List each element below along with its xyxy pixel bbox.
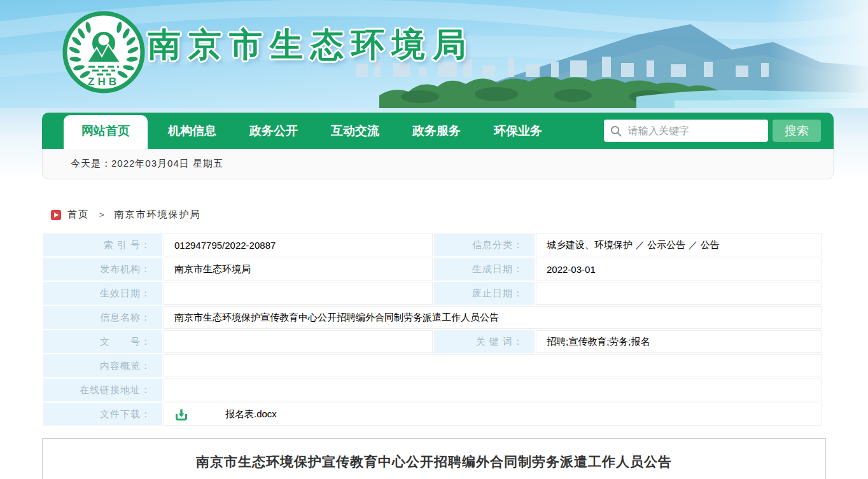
table-row: 发布机构： 南京市生态环境局 生成日期： 2022-03-01 xyxy=(43,258,822,281)
info-category-label: 信息分类： xyxy=(434,233,535,256)
table-row: 生效日期： 废止日期： xyxy=(43,282,822,305)
nav-tab-gov-disclosure[interactable]: 政务公开 xyxy=(233,113,314,149)
publisher-value: 南京市生态环境局 xyxy=(164,258,433,281)
keywords-label: 关 键 词： xyxy=(434,330,535,353)
document-meta-table: 索 引 号： 012947795/2022-20887 信息分类： 城乡建设、环… xyxy=(42,232,823,427)
table-row: 信息名称： 南京市生态环境保护宣传教育中心公开招聘编外合同制劳务派遣工作人员公告 xyxy=(43,306,822,329)
nav-tab-org-info[interactable]: 机构信息 xyxy=(151,113,233,149)
breadcrumb-current: 南京市环境保护局 xyxy=(115,209,201,221)
info-category-value: 城乡建设、环境保护 ／ 公示公告 ／ 公告 xyxy=(536,233,822,256)
table-row: 文件下载： 报名表.docx xyxy=(43,403,822,426)
attachment-file-link[interactable]: 报名表.docx xyxy=(225,408,277,420)
doc-number-label: 文 号： xyxy=(43,330,162,353)
index-number-value: 012947795/2022-20887 xyxy=(164,233,433,256)
index-number-label: 索 引 号： xyxy=(43,233,162,256)
table-row: 内容概览： xyxy=(43,354,822,377)
article-box: 南京市生态环境保护宣传教育中心公开招聘编外合同制劳务派遣工作人员公告 xyxy=(42,438,826,479)
online-link-value xyxy=(164,378,822,401)
info-name-label: 信息名称： xyxy=(43,306,162,329)
expiry-date-label: 废止日期： xyxy=(434,282,535,305)
nav-tab-env-business[interactable]: 环保业务 xyxy=(477,113,559,149)
nav-tab-home[interactable]: 网站首页 xyxy=(64,115,148,149)
table-row: 在线链接地址： xyxy=(43,378,822,401)
breadcrumb-home-link[interactable]: 首页 xyxy=(67,209,89,221)
table-row: 索 引 号： 012947795/2022-20887 信息分类： 城乡建设、环… xyxy=(43,233,822,256)
keywords-value: 招聘;宣传教育;劳务;报名 xyxy=(536,330,822,353)
search-input[interactable] xyxy=(628,125,762,137)
date-bar: 今天是：2022年03月04日 星期五 xyxy=(42,149,834,179)
main-navbar: 网站首页 机构信息 政务公开 互动交流 政务服务 环保业务 搜索 xyxy=(42,113,834,149)
online-link-label: 在线链接地址： xyxy=(43,378,162,401)
today-date-text: 今天是：2022年03月04日 星期五 xyxy=(71,158,223,170)
content-overview-label: 内容概览： xyxy=(43,354,162,377)
publisher-label: 发布机构： xyxy=(43,258,162,281)
download-icon[interactable] xyxy=(174,408,188,422)
file-download-cell: 报名表.docx xyxy=(174,406,821,422)
info-name-value: 南京市生态环境保护宣传教育中心公开招聘编外合同制劳务派遣工作人员公告 xyxy=(164,306,822,329)
file-download-label: 文件下载： xyxy=(43,403,162,426)
nav-tab-interaction[interactable]: 互动交流 xyxy=(314,113,396,149)
search-area: 搜索 xyxy=(604,120,821,142)
table-row: 文 号： 关 键 词： 招聘;宣传教育;劳务;报名 xyxy=(43,330,822,353)
breadcrumb-separator: > xyxy=(99,210,104,219)
effective-date-label: 生效日期： xyxy=(43,282,162,305)
search-box xyxy=(604,120,768,142)
expiry-date-value xyxy=(536,282,822,305)
logo-zhb-text: ZHB xyxy=(88,76,120,88)
search-button[interactable]: 搜索 xyxy=(773,120,821,142)
nav-tab-gov-services[interactable]: 政务服务 xyxy=(396,113,477,149)
create-date-label: 生成日期： xyxy=(434,258,535,281)
environment-bureau-logo-icon: ZHB xyxy=(60,8,147,101)
content-overview-value xyxy=(164,354,822,377)
effective-date-value xyxy=(164,282,433,305)
doc-number-value xyxy=(164,330,433,353)
search-icon xyxy=(610,125,622,137)
red-play-icon xyxy=(51,210,61,220)
article-title: 南京市生态环境保护宣传教育中心公开招聘编外合同制劳务派遣工作人员公告 xyxy=(43,453,825,471)
site-banner: ZHB 南京市生态环境局 xyxy=(0,0,868,108)
site-title: 南京市生态环境局 xyxy=(148,23,473,67)
breadcrumb: 首页 > 南京市环境保护局 xyxy=(51,209,834,221)
create-date-value: 2022-03-01 xyxy=(536,258,822,281)
